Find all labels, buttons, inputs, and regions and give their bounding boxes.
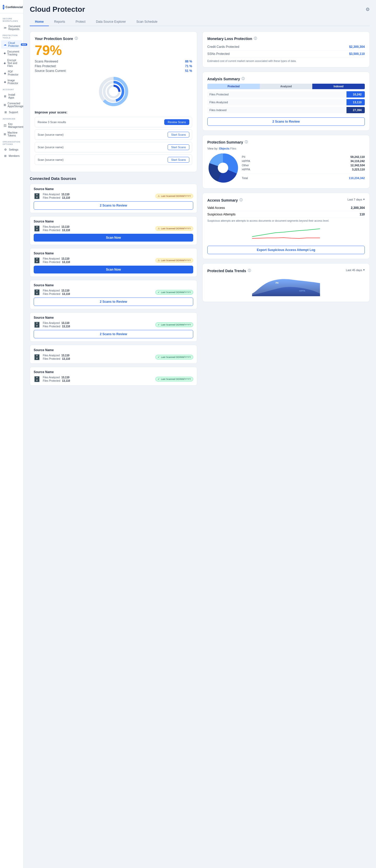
review-scans-button[interactable]: Review Scans [164,119,189,125]
sidebar-item-connected-apps[interactable]: ⊞ Connected Apps/Storage [1,101,22,109]
connected-apps-icon: ⊞ [4,103,6,107]
chevron-down-icon: ▾ [363,198,365,201]
legend-label: HIPPA [242,159,250,163]
score-row-files-protected: Files Protected: 71 % [35,64,192,68]
sidebar-item-document-tracking[interactable]: ◈ Document Tracking [1,49,22,57]
trends-info-icon[interactable]: ⓘ [248,269,251,273]
pie-chart-row: PII 59,242,110 HIPPA 34,110,242 Other 12… [207,152,365,184]
sidebar-item-label: Cloud Protector [8,41,19,47]
export-suspicious-log-button[interactable]: Export Suspicious Access Attempt Log [207,246,365,254]
tab-reports[interactable]: Reports [49,18,70,26]
area-chart: PII HIPPA [207,275,365,296]
sidebar-item-image-protector[interactable]: ◈ Image Protector [1,78,22,86]
monetary-loss-card: Monetary Loss Protection ⓘ Credit Cards … [202,31,370,67]
trends-last-days-selector[interactable]: Last 45 days ▾ [346,268,365,272]
analysis-info-icon[interactable]: ⓘ [242,76,245,81]
protection-summary-info-icon[interactable]: ⓘ [245,140,248,144]
source-meta-5: 🗄️ Files Analyzed 13,110 Files Protected… [34,321,193,328]
support-icon: ⊞ [4,111,7,114]
legend-indexed: Indexed [312,84,365,89]
sidebar-item-label: Machine Tokens [7,131,20,137]
analysis-row-files-indexed: Files Indexed 27,394 [207,107,365,113]
sidebar-item-settings[interactable]: ⚙ Settings [1,147,22,153]
source-meta-6: 🗄️ Files Analyzed 13,110 Files Protected… [34,354,193,360]
access-summary-title: Access Summary ⓘ [207,198,243,203]
source-card-2: Source Name 🗄️ Files Analyzed 13,110 Fil… [30,216,197,245]
chevron-down-icon: ▾ [363,268,365,272]
sidebar-item-pdf-protector[interactable]: ◈ PDF Protector [1,69,22,78]
score-row-value: 88 % [185,60,192,63]
sidebar-item-members[interactable]: ⊞ Members [1,153,22,159]
sidebar-item-label: Connected Apps/Storage [7,102,24,108]
source-db-icon-3: 🗄️ [34,257,40,264]
monetary-loss-title: Monetary Loss Protection ⓘ [207,36,365,41]
protection-score-card: Your Protection Score ⓘ 79% Scans Review… [30,31,197,172]
key-management-icon: ⚿ [4,124,6,127]
source-stats-4: Files Analyzed 13,110 Files Protected 13… [43,289,153,296]
sidebar-item-key-management[interactable]: ⚿ Key Management [1,121,22,130]
source-name-2: Source Name [34,220,193,223]
source-stat-analyzed: Files Analyzed 13,110 [43,257,153,260]
scan-now-button-3[interactable]: Scan Now [34,266,193,274]
view-objects-link[interactable]: Objects [219,147,229,150]
right-column: Monetary Loss Protection ⓘ Credit Cards … [202,31,370,389]
source-card-4: Source Name 🗄️ Files Analyzed 13,110 Fil… [30,280,197,309]
sidebar-item-label: Image Protector [7,79,20,85]
tab-data-source-explorer[interactable]: Data Source Explorer [91,18,131,26]
source-db-icon-2: 🗄️ [34,225,40,231]
scans-review-button-4[interactable]: 2 Scans to Review [34,298,193,306]
scan-badge-label: Last Scanned DD/MM/YYYY [161,378,191,380]
scan-badge-icon: ✓ [158,356,160,359]
source-card-7: Source Name 🗄️ Files Analyzed 13,110 Fil… [30,367,197,385]
analysis-label: Files Analyzed [207,99,346,105]
legend-value: 34,110,242 [350,159,365,163]
source-stat-analyzed: Files Analyzed 13,110 [43,289,153,292]
section-label-protection-tools: PROTECTION TOOLS [0,32,23,40]
start-scans-button-3[interactable]: Start Scans [168,157,189,163]
scans-to-review-button[interactable]: 2 Scans to Review [207,117,365,126]
start-scans-button-2[interactable]: Start Scans [168,144,189,150]
source-stats-7: Files Analyzed 13,110 Files Protected 13… [43,376,153,382]
source-meta-4: 🗄️ Files Analyzed 13,110 Files Protected… [34,289,193,296]
section-label-org-options: ORGANIZATION OPTIONS [0,138,23,147]
source-stat-protected: Files Protected 13,110 [43,325,153,328]
protection-score-info-icon[interactable]: ⓘ [75,36,78,41]
document-requests-icon: ≫ [4,26,7,30]
page-header: Cloud Protector ⚙ [30,5,370,13]
scans-review-button-1[interactable]: 2 Scans to Review [34,201,193,210]
last-days-selector[interactable]: Last 7 days ▾ [347,198,365,201]
scans-review-button-5[interactable]: 2 Scans to Review [34,330,193,338]
sidebar-item-encrypt-text[interactable]: ◈ Encrypt Text and Files [1,58,22,69]
access-info-icon[interactable]: ⓘ [239,198,243,203]
pie-legend-hippa2: HIPPA 3,223,110 [242,168,365,171]
analysis-summary-card: Analysis Summary ⓘ Protected Analyzed In… [202,72,370,131]
sidebar-item-cloud-protector[interactable]: ☁ Cloud Protector NEW [1,40,22,49]
score-row-label: Source Scans Current: [35,69,66,73]
settings-gear-button[interactable]: ⚙ [366,6,370,12]
source-stat-protected: Files Protected 13,110 [43,196,153,199]
sidebar-item-label: Document Tracking [7,50,20,56]
scan-now-button-2[interactable]: Scan Now [34,234,193,242]
tab-scan-schedule[interactable]: Scan Schedule [131,18,163,26]
sidebar-item-document-requests[interactable]: ≫ Document Requests [1,24,22,32]
monetary-ssns: SSNs Protected $3,500,110 [207,51,365,58]
source-stat-protected: Files Protected 13,110 [43,261,153,264]
analysis-summary-title: Analysis Summary ⓘ [207,76,365,81]
sidebar-item-support[interactable]: ⊞ Support [1,109,22,115]
dashboard-layout: Your Protection Score ⓘ 79% Scans Review… [30,31,370,389]
view-files-link[interactable]: Files [230,147,236,150]
source-card-1: Source Name 🗄️ Files Analyzed 13,110 Fil… [30,184,197,213]
monetary-loss-info-icon[interactable]: ⓘ [254,36,257,41]
sidebar-item-install-apps[interactable]: ⊞ Install Apps [1,92,22,100]
tab-home[interactable]: Home [30,18,49,26]
sidebar-item-machine-tokens[interactable]: ⊞ Machine Tokens [1,130,22,138]
legend-value: 3,223,110 [352,168,365,171]
source-stats-6: Files Analyzed 13,110 Files Protected 13… [43,354,153,360]
section-label-advanced: ADVANCED [0,116,23,121]
scan-badge-4: ✓ Last Scanned DD/MM/YYYY [156,290,193,294]
tab-protect[interactable]: Protect [70,18,91,26]
sidebar-item-label: Key Management [8,123,23,128]
source-stat-protected: Files Protected 13,110 [43,379,153,382]
source-name-6: Source Name [34,348,193,352]
start-scans-button-1[interactable]: Start Scans [168,132,189,137]
